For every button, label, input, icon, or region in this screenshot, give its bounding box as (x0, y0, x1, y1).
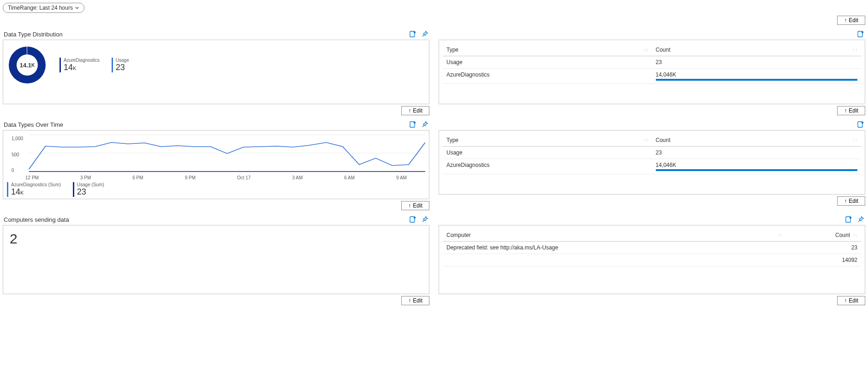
panel-type-table-2: Type↑↓ Count↑↓ Usage 23 AzureDiagnostics… (439, 130, 865, 195)
table-row: AzureDiagnostics 14,046K (443, 159, 861, 174)
edit-button-dist[interactable]: ↑ Edit (401, 106, 429, 115)
up-arrow-icon: ↑ (408, 107, 411, 114)
legend-item-usage: Usage 23 (112, 58, 129, 72)
logs-icon[interactable] (409, 121, 416, 128)
sort-icon: ↑↓ (853, 48, 857, 52)
chevron-down-icon (75, 6, 79, 10)
y-axis-ticks: 1,000 500 0 (12, 136, 23, 173)
donut-center: 14.1K (17, 54, 38, 76)
count-bar (656, 79, 858, 81)
svg-point-10 (862, 122, 863, 124)
edit-button-computers[interactable]: ↑ Edit (401, 296, 429, 305)
logs-icon[interactable] (857, 30, 864, 38)
up-arrow-icon: ↑ (408, 297, 411, 304)
edit-button-comptable[interactable]: ↑ Edit (837, 296, 865, 305)
panel-overtime: 1,000 500 0 12 PM 3 PM 6 PM 9 PM Oct 17 … (3, 130, 429, 199)
svg-point-3 (862, 31, 863, 33)
pin-icon[interactable] (421, 216, 428, 223)
line-chart (7, 132, 425, 174)
type-count-table: Type↑↓ Count↑↓ Usage 23 AzureDiagnostics… (443, 44, 861, 84)
panel-computers: 2 (3, 225, 429, 294)
edit-button-table1[interactable]: ↑ Edit (837, 106, 865, 115)
panel-title-overtime: Data Types Over Time (4, 121, 63, 128)
edit-button-top[interactable]: ↑ Edit (837, 16, 865, 25)
legend-item-azurediagnostics-sum: AzureDiagnostics (Sum) 14K (7, 182, 61, 197)
pin-icon[interactable] (421, 30, 428, 38)
edit-button-overtime[interactable]: ↑ Edit (401, 201, 429, 210)
table-row: AzureDiagnostics 14,046K (443, 69, 861, 84)
logs-icon[interactable] (857, 121, 864, 128)
sort-icon: ↑↓ (644, 48, 648, 52)
th-computer[interactable]: Computer (446, 232, 471, 238)
edit-label: Edit (849, 17, 858, 24)
th-count[interactable]: Count (656, 47, 671, 53)
th-count[interactable]: Count (835, 232, 850, 238)
svg-point-5 (414, 122, 416, 124)
sort-icon: ↑↓ (778, 233, 782, 237)
sort-icon: ↑↓ (853, 138, 857, 142)
table-row: 14092 (443, 254, 861, 266)
up-arrow-icon: ↑ (844, 297, 847, 304)
timerange-label: TimeRange: Last 24 hours (8, 5, 73, 11)
count-bar (656, 169, 858, 171)
donut-legend: AzureDiagnostics 14K Usage 23 (59, 58, 129, 72)
logs-icon[interactable] (845, 216, 852, 223)
sort-icon: ↑↓ (644, 138, 648, 142)
type-count-table-2: Type↑↓ Count↑↓ Usage 23 AzureDiagnostics… (443, 134, 861, 174)
up-arrow-icon: ↑ (844, 198, 847, 204)
logs-icon[interactable] (409, 30, 416, 38)
table-row: Deprecated field: see http://aka.ms/LA-U… (443, 242, 861, 254)
panel-title-computers: Computers sending data (4, 216, 69, 223)
up-arrow-icon: ↑ (844, 107, 847, 114)
pin-icon[interactable] (421, 121, 428, 128)
edit-button-table2[interactable]: ↑ Edit (837, 196, 865, 206)
svg-point-1 (414, 31, 416, 33)
th-type[interactable]: Type (446, 47, 458, 53)
panel-type-table-1: Type↑↓ Count↑↓ Usage 23 AzureDiagnostics… (439, 40, 865, 104)
donut-chart: 14.1K (9, 47, 46, 83)
computer-count-table: Computer↑↓ Count↑↓ Deprecated field: see… (443, 229, 861, 266)
panel-computer-table: Computer↑↓ Count↑↓ Deprecated field: see… (439, 225, 865, 294)
x-axis-ticks: 12 PM 3 PM 6 PM 9 PM Oct 17 3 AM 6 AM 9 … (7, 175, 425, 180)
pin-icon[interactable] (857, 216, 864, 223)
legend-item-azurediagnostics: AzureDiagnostics 14K (59, 58, 100, 72)
svg-point-14 (850, 217, 851, 219)
computers-count: 2 (7, 229, 425, 249)
sort-icon: ↑↓ (853, 233, 857, 237)
logs-icon[interactable] (409, 216, 416, 223)
timerange-selector[interactable]: TimeRange: Last 24 hours (3, 3, 84, 13)
panel-distribution: 14.1K AzureDiagnostics 14K Usage 23 (3, 40, 429, 104)
up-arrow-icon: ↑ (408, 202, 411, 209)
svg-point-12 (414, 217, 416, 219)
table-row: Usage 23 (443, 147, 861, 159)
legend-item-usage-sum: Usage (Sum) 23 (73, 182, 104, 197)
th-type[interactable]: Type (446, 137, 458, 143)
table-row: Usage 23 (443, 56, 861, 69)
panel-title-distribution: Data Type Distribution (4, 31, 63, 38)
up-arrow-icon: ↑ (844, 17, 847, 24)
th-count[interactable]: Count (656, 137, 671, 143)
overtime-legend: AzureDiagnostics (Sum) 14K Usage (Sum) 2… (7, 182, 425, 197)
